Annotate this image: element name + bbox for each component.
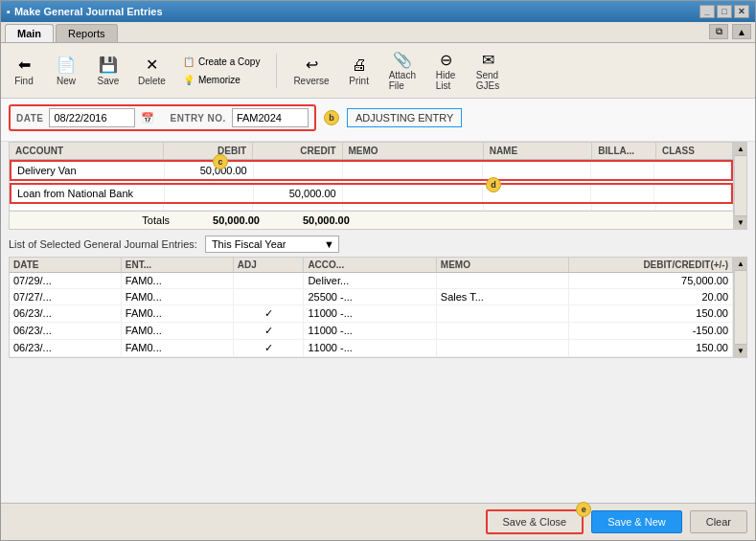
filter-value: This Fiscal Year xyxy=(212,238,286,250)
list-row3-adj: ✓ xyxy=(234,305,305,322)
save-new-button[interactable]: Save & New xyxy=(591,510,682,533)
tab-reports[interactable]: Reports xyxy=(56,24,118,42)
list-row1-acco: Deliver... xyxy=(304,273,436,288)
reverse-icon: ↩ xyxy=(301,56,322,75)
list-section: List of Selected General Journal Entries… xyxy=(1,232,755,360)
close-button[interactable]: ✕ xyxy=(734,5,749,18)
list-row5-acco: 11000 -... xyxy=(304,340,436,356)
new-button[interactable]: 📄 New xyxy=(49,53,83,89)
list-date-header: DATE xyxy=(10,258,122,272)
save-button[interactable]: 💾 Save xyxy=(91,53,126,89)
list-row4-memo xyxy=(437,323,569,339)
list-title: List of Selected General Journal Entries… xyxy=(9,238,197,250)
save-close-button[interactable]: Save & Close xyxy=(486,509,584,534)
list-scroll-down[interactable]: ▼ xyxy=(735,344,746,357)
save-icon: 💾 xyxy=(98,56,119,75)
print-icon: 🖨 xyxy=(349,56,370,75)
list-row-3[interactable]: 06/23/... FAM0... ✓ 11000 -... 150.00 xyxy=(10,305,733,323)
list-row-1[interactable]: 07/29/... FAM0... Deliver... 75,000.00 xyxy=(10,273,733,289)
entry-no-input[interactable] xyxy=(232,108,309,127)
list-row1-date: 07/29/... xyxy=(10,273,122,288)
main-content: DATE 📅 ENTRY NO. b ADJUSTING ENTRY ACCOU… xyxy=(1,99,755,540)
attach-icon: 📎 xyxy=(392,50,413,69)
totals-debit: 50,000.00 xyxy=(175,214,265,226)
grid-wrapper: ACCOUNT DEBIT CREDIT MEMO NAME BILLA... … xyxy=(9,142,747,230)
row3-billa xyxy=(592,204,656,210)
list-scroll-up[interactable]: ▲ xyxy=(735,258,746,271)
debit-col-header: DEBIT xyxy=(164,143,253,159)
row1-billa xyxy=(591,162,654,179)
list-row2-date: 07/27/... xyxy=(10,289,122,304)
form-area: DATE 📅 ENTRY NO. b ADJUSTING ENTRY xyxy=(1,99,755,142)
list-row1-memo xyxy=(437,273,569,288)
reverse-button[interactable]: ↩ Reverse xyxy=(288,53,333,89)
delete-button[interactable]: ✕ Delete xyxy=(133,53,171,89)
adjusting-entry-checkbox[interactable]: ADJUSTING ENTRY xyxy=(347,108,462,127)
scroll-up-btn[interactable]: ▲ xyxy=(735,143,746,156)
row1-debit: 50,000.00 xyxy=(165,162,254,179)
name-col-header: NAME xyxy=(484,143,593,159)
date-input[interactable] xyxy=(49,108,135,127)
list-row-2[interactable]: 07/27/... FAM0... 25500 -... Sales T... … xyxy=(10,289,733,305)
find-button[interactable]: ⬅ Find xyxy=(7,53,41,89)
grid-row-3[interactable] xyxy=(10,204,733,211)
grid-container: ACCOUNT DEBIT CREDIT MEMO NAME BILLA... … xyxy=(9,142,734,230)
credit-col-header: CREDIT xyxy=(253,143,342,159)
scroll-down-btn[interactable]: ▼ xyxy=(735,215,746,229)
maximize-button[interactable]: □ xyxy=(717,5,732,18)
list-row4-date: 06/23/... xyxy=(10,323,122,339)
grid-scrollbar[interactable]: ▲ ▼ xyxy=(734,142,747,230)
send-icon: ✉ xyxy=(477,50,498,69)
row1-account: Delivery Van xyxy=(11,162,165,179)
dropdown-arrow-icon: ▼ xyxy=(324,238,334,250)
list-row-4[interactable]: 06/23/... FAM0... ✓ 11000 -... -150.00 xyxy=(10,323,733,340)
list-row-5[interactable]: 06/23/... FAM0... ✓ 11000 -... 150.00 xyxy=(10,340,733,357)
toolbar-separator-1 xyxy=(276,54,277,88)
list-table-wrapper: DATE ENT... ADJ ACCO... MEMO DEBIT/CREDI… xyxy=(9,257,747,358)
row3-credit xyxy=(253,204,342,210)
minimize-button[interactable]: _ xyxy=(699,5,715,18)
totals-credit: 50,000.00 xyxy=(265,214,355,226)
account-col-header: ACCOUNT xyxy=(10,143,164,159)
row3-class xyxy=(656,204,733,210)
memorize-button[interactable]: 💡 Memorize xyxy=(178,72,264,88)
list-row3-debitcredit: 150.00 xyxy=(569,305,733,322)
memorize-label: Memorize xyxy=(198,75,241,85)
list-row2-memo: Sales T... xyxy=(437,289,569,304)
tab-main[interactable]: Main xyxy=(5,24,54,42)
hide-list-button[interactable]: ⊖ HideList xyxy=(428,47,463,94)
toolbar: ⬅ Find 📄 New 💾 Save ✕ Delete 📋 Create a … xyxy=(1,43,755,99)
row1-memo xyxy=(343,162,483,179)
date-entry-box: DATE 📅 ENTRY NO. xyxy=(9,104,316,131)
grid-header: ACCOUNT DEBIT CREDIT MEMO NAME BILLA... … xyxy=(10,143,733,160)
list-row2-adj xyxy=(234,289,305,304)
attach-file-button[interactable]: 📎 AttachFile xyxy=(384,47,421,94)
annotation-c: c xyxy=(213,154,228,169)
filter-dropdown[interactable]: This Fiscal Year ▼ xyxy=(205,236,339,253)
list-row2-debitcredit: 20.00 xyxy=(569,289,733,304)
journal-grid: ACCOUNT DEBIT CREDIT MEMO NAME BILLA... … xyxy=(9,142,734,230)
list-scrollbar[interactable]: ▲ ▼ xyxy=(734,257,747,358)
calendar-icon[interactable]: 📅 xyxy=(141,112,154,124)
row1-class xyxy=(654,162,731,179)
bottom-bar: Save & Close e Save & New Clear xyxy=(1,503,755,540)
grid-row-1[interactable]: Delivery Van 50,000.00 c xyxy=(10,160,733,181)
restore-icon[interactable]: ⧉ xyxy=(709,24,728,39)
row1-credit xyxy=(254,162,343,179)
row1-name xyxy=(483,162,591,179)
list-row5-date: 06/23/... xyxy=(10,340,122,356)
list-memo-header: MEMO xyxy=(437,258,569,272)
grid-totals: Totals 50,000.00 50,000.00 xyxy=(10,211,733,229)
list-ent-header: ENT... xyxy=(122,258,234,272)
row3-name xyxy=(484,204,593,210)
grid-row-2[interactable]: Loan from National Bank 50,000.00 d xyxy=(10,183,733,204)
title-bar: ▪ Make General Journal Entries _ □ ✕ xyxy=(1,1,755,22)
collapse-icon[interactable]: ▲ xyxy=(732,24,751,39)
send-gjes-button[interactable]: ✉ SendGJEs xyxy=(470,47,505,94)
form-row: DATE 📅 ENTRY NO. b ADJUSTING ENTRY xyxy=(9,104,747,131)
find-label: Find xyxy=(14,76,33,86)
clear-button[interactable]: Clear xyxy=(690,510,747,533)
create-copy-button[interactable]: 📋 Create a Copy xyxy=(178,54,264,70)
print-button[interactable]: 🖨 Print xyxy=(342,53,377,89)
attach-label: AttachFile xyxy=(389,70,416,91)
